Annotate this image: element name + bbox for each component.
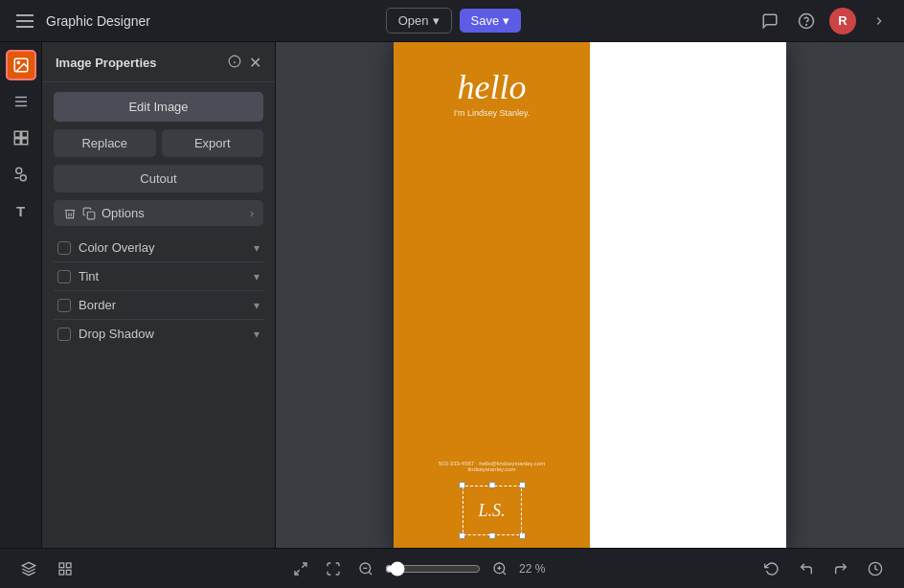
contact-line2: lindseystanley.com	[394, 466, 590, 472]
help-icon	[798, 12, 815, 30]
panel-close-button[interactable]: ✕	[249, 54, 261, 72]
help-button[interactable]	[793, 8, 820, 34]
cutout-button[interactable]: Cutout	[54, 165, 263, 192]
copy-option-button[interactable]	[82, 207, 96, 220]
layouts-icon	[12, 129, 30, 147]
hamburger-icon	[16, 14, 34, 28]
fullscreen-button[interactable]	[320, 555, 347, 582]
canvas-document: hello I'm Lindsey Stanley. 503-333-4567 …	[394, 42, 786, 548]
undo-button[interactable]	[793, 555, 820, 582]
bottom-toolbar: 22 %	[0, 548, 904, 588]
canvas-tagline: I'm Lindsey Stanley.	[454, 108, 531, 118]
undo-icon	[799, 561, 814, 577]
svg-point-1	[806, 24, 807, 25]
zoom-slider[interactable]	[385, 561, 481, 577]
edit-image-button[interactable]: Edit Image	[54, 92, 263, 122]
border-chevron-icon	[254, 299, 260, 312]
grid-button[interactable]	[52, 555, 79, 582]
svg-marker-18	[22, 562, 34, 569]
canvas-contact: 503-333-4567 · hello@lindseystanley.com …	[394, 461, 590, 472]
replace-button[interactable]: Replace	[54, 129, 156, 157]
drop-shadow-checkbox[interactable]	[57, 328, 71, 341]
svg-rect-17	[87, 212, 95, 219]
color-overlay-checkbox[interactable]	[57, 241, 71, 255]
export-button[interactable]: Export	[162, 129, 264, 157]
color-overlay-chevron-icon	[254, 241, 260, 255]
topbar-right: R	[757, 8, 893, 34]
info-icon[interactable]	[228, 55, 241, 71]
zoom-out-button[interactable]	[352, 555, 379, 582]
chevron-right-icon	[872, 14, 886, 28]
border-item: Border	[54, 291, 263, 320]
color-overlay-item: Color Overlay	[54, 234, 263, 262]
svg-rect-22	[66, 570, 71, 575]
save-label: Save	[471, 13, 500, 28]
refresh-icon	[764, 561, 780, 577]
more-button[interactable]	[866, 8, 893, 34]
hamburger-button[interactable]	[11, 8, 38, 34]
canvas-area[interactable]: hello I'm Lindsey Stanley. 503-333-4567 …	[276, 42, 904, 548]
fit-page-button[interactable]	[287, 555, 314, 582]
redo-icon	[833, 561, 848, 577]
history-icon	[868, 561, 883, 577]
signature-initials: L.S.	[478, 501, 505, 521]
svg-point-3	[17, 61, 19, 63]
bottom-right	[758, 555, 889, 582]
tint-label: Tint	[79, 269, 246, 283]
redo-button[interactable]	[827, 555, 854, 582]
svg-rect-8	[21, 131, 27, 137]
bottom-center: 22 %	[287, 555, 550, 582]
replace-export-row: Replace Export	[54, 129, 263, 157]
sidebar-item-text[interactable]: T	[6, 195, 36, 226]
properties-panel: Image Properties ✕ Edit Image Replace Ex…	[42, 42, 276, 548]
options-chevron-icon	[250, 207, 254, 220]
svg-point-11	[15, 168, 21, 173]
svg-rect-10	[21, 139, 27, 145]
sidebar-icons: T	[0, 42, 42, 548]
properties-list: Color Overlay Tint Border Drop Shadow	[54, 234, 263, 348]
layers-icon	[21, 561, 36, 577]
topbar: Graphic Designer Open Save R	[0, 0, 904, 42]
svg-line-29	[503, 572, 506, 575]
drop-shadow-item: Drop Shadow	[54, 320, 263, 348]
sidebar-item-image[interactable]	[6, 50, 36, 80]
chat-icon	[761, 12, 779, 30]
trash-icon	[63, 207, 77, 220]
svg-rect-21	[59, 570, 64, 575]
sidebar-item-filters[interactable]	[6, 86, 36, 117]
chat-button[interactable]	[757, 8, 783, 34]
color-overlay-label: Color Overlay	[79, 240, 246, 255]
layers-button[interactable]	[15, 555, 42, 582]
svg-point-12	[20, 175, 26, 181]
tint-checkbox[interactable]	[57, 270, 71, 283]
filters-icon	[12, 93, 30, 110]
zoom-in-button[interactable]	[486, 555, 513, 582]
refresh-button[interactable]	[758, 555, 785, 582]
avatar[interactable]: R	[829, 8, 856, 34]
svg-rect-9	[14, 139, 20, 145]
topbar-center: Open Save	[386, 8, 521, 34]
svg-rect-7	[14, 131, 20, 137]
open-label: Open	[398, 13, 429, 28]
svg-line-24	[295, 570, 300, 575]
zoom-level-display: 22 %	[519, 562, 550, 576]
options-row: Options	[54, 200, 263, 226]
grid-icon	[57, 561, 73, 577]
text-icon: T	[16, 203, 25, 219]
drop-shadow-chevron-icon	[254, 328, 260, 341]
border-label: Border	[79, 298, 246, 312]
options-label: Options	[102, 206, 244, 220]
open-button[interactable]: Open	[386, 8, 452, 34]
sidebar-item-layouts[interactable]	[6, 123, 36, 153]
signature-selection: L.S.	[463, 486, 522, 535]
history-button[interactable]	[862, 555, 889, 582]
tint-item: Tint	[54, 262, 263, 291]
sidebar-item-elements[interactable]	[6, 159, 36, 190]
delete-option-button[interactable]	[63, 207, 77, 220]
panel-header: Image Properties ✕	[42, 42, 275, 82]
save-button[interactable]: Save	[460, 9, 522, 33]
svg-line-26	[369, 572, 372, 575]
border-checkbox[interactable]	[57, 299, 71, 312]
fullscreen-icon	[326, 561, 341, 577]
svg-line-23	[302, 563, 306, 568]
